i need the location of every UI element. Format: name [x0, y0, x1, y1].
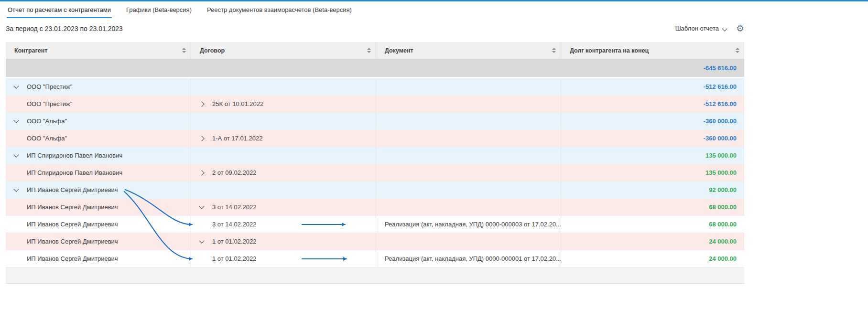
- chevron-right-icon[interactable]: [200, 171, 212, 175]
- document-label: Реализация (акт, накладная, УПД) 0000-00…: [385, 255, 561, 262]
- table-row[interactable]: ИП Иванов Сергей Дмитриевич 3 от 14.02.2…: [6, 216, 744, 233]
- document-label: Реализация (акт, накладная, УПД) 0000-00…: [385, 221, 561, 228]
- table-body: ООО "Престиж" -512 616.00 ООО "Престиж" …: [6, 78, 744, 267]
- debt-amount: 135 000.00: [705, 169, 737, 176]
- column-header-counterparty[interactable]: Контрагент: [6, 42, 191, 59]
- contract-label: 3 от 14.02.2022: [212, 203, 256, 211]
- counterparty-label: ИП Иванов Сергей Дмитриевич: [27, 221, 118, 228]
- table-row[interactable]: ИП Спиридонов Павел Иванович 135 000.00: [6, 147, 744, 164]
- tab-bar: Отчет по расчетам с контрагентами График…: [7, 1, 353, 18]
- contract-label: 1-А от 17.01.2022: [212, 135, 262, 142]
- tab-charts-beta[interactable]: Графики (Beta-версия): [125, 1, 193, 18]
- sort-icon[interactable]: [182, 48, 186, 53]
- counterparty-label: ИП Иванов Сергей Дмитриевич: [27, 238, 118, 245]
- counterparty-label: ИП Спиридонов Павел Иванович: [27, 169, 122, 176]
- chevron-down-icon[interactable]: [14, 154, 27, 157]
- debt-amount: -512 616.00: [704, 100, 737, 107]
- sort-icon[interactable]: [367, 48, 371, 53]
- column-header-label: Долг контрагента на конец: [570, 47, 649, 54]
- period-label: За период с 23.01.2023 по 23.01.2023: [6, 25, 123, 32]
- table-row[interactable]: ООО "Альфа" -360 000.00: [6, 113, 744, 130]
- column-header-label: Документ: [385, 47, 413, 54]
- contract-label: 3 от 14.02.2022: [212, 221, 256, 228]
- debt-amount: 92 000.00: [709, 186, 737, 193]
- chevron-down-icon[interactable]: [14, 189, 27, 191]
- tab-report-settlements[interactable]: Отчет по расчетам с контрагентами: [7, 1, 112, 18]
- counterparty-label: ООО "Престиж": [27, 100, 72, 107]
- counterparty-label: ИП Иванов Сергей Дмитриевич: [27, 186, 118, 193]
- column-header-debt-at-end[interactable]: Долг контрагента на конец: [561, 42, 744, 59]
- report-template-dropdown[interactable]: Шаблон отчета: [675, 25, 727, 32]
- chevron-down-icon[interactable]: [200, 240, 212, 243]
- chevron-right-icon[interactable]: [200, 102, 212, 106]
- chevron-down-icon: [723, 26, 727, 30]
- settlements-report-table: Контрагент Договор Документ Долг контраг…: [6, 42, 744, 284]
- table-row[interactable]: ИП Спиридонов Павел Иванович 2 от 09.02.…: [6, 164, 744, 182]
- debt-amount: 68 000.00: [709, 203, 737, 211]
- toolbar: За период с 23.01.2023 по 23.01.2023 Шаб…: [6, 24, 744, 33]
- contract-label: 1 от 01.02.2022: [212, 255, 256, 262]
- debt-amount: 24 000.00: [709, 238, 737, 245]
- column-header-document[interactable]: Документ: [376, 42, 561, 59]
- contract-label: 25К от 10.01.2022: [212, 100, 263, 107]
- table-row[interactable]: ООО "Престиж" -512 616.00: [6, 78, 744, 96]
- chevron-down-icon[interactable]: [14, 120, 27, 122]
- gear-icon[interactable]: ⚙: [736, 24, 744, 33]
- column-header-label: Договор: [200, 47, 225, 54]
- sort-icon[interactable]: [736, 48, 739, 53]
- debt-amount: 68 000.00: [709, 221, 737, 228]
- chevron-down-icon[interactable]: [200, 206, 212, 208]
- contract-label: 2 от 09.02.2022: [212, 169, 256, 176]
- counterparty-label: ИП Иванов Сергей Дмитриевич: [27, 255, 118, 262]
- chevron-right-icon[interactable]: [200, 137, 212, 140]
- debt-amount: -360 000.00: [704, 117, 737, 125]
- table-row[interactable]: ООО "Престиж" 25К от 10.01.2022 -512 616…: [6, 96, 744, 113]
- table-footer-row: [6, 267, 744, 284]
- contract-label: 1 от 01.02.2022: [212, 238, 256, 245]
- counterparty-label: ИП Иванов Сергей Дмитриевич: [27, 203, 118, 211]
- debt-amount: 24 000.00: [709, 255, 737, 262]
- total-row: -645 616.00: [6, 59, 744, 77]
- table-header: Контрагент Договор Документ Долг контраг…: [6, 42, 744, 59]
- counterparty-label: ООО "Альфа": [27, 135, 67, 142]
- column-header-label: Контрагент: [14, 47, 47, 54]
- table-row[interactable]: ИП Иванов Сергей Дмитриевич 92 000.00: [6, 182, 744, 199]
- table-row[interactable]: ИП Иванов Сергей Дмитриевич 1 от 01.02.2…: [6, 233, 744, 250]
- column-header-contract[interactable]: Договор: [191, 42, 376, 59]
- total-debt-amount: -645 616.00: [704, 64, 737, 72]
- chevron-down-icon[interactable]: [14, 85, 27, 88]
- counterparty-label: ООО "Альфа": [27, 117, 67, 125]
- counterparty-label: ИП Спиридонов Павел Иванович: [27, 152, 122, 159]
- counterparty-label: ООО "Престиж": [27, 83, 72, 90]
- debt-amount: -512 616.00: [704, 83, 737, 90]
- debt-amount: 135 000.00: [705, 152, 737, 159]
- table-row[interactable]: ИП Иванов Сергей Дмитриевич 3 от 14.02.2…: [6, 199, 744, 216]
- debt-amount: -360 000.00: [704, 135, 737, 142]
- sort-icon[interactable]: [552, 48, 556, 53]
- table-row[interactable]: ИП Иванов Сергей Дмитриевич 1 от 01.02.2…: [6, 250, 744, 267]
- tab-documents-registry-beta[interactable]: Реестр документов взаиморасчетов (Beta-в…: [206, 1, 353, 18]
- table-row[interactable]: ООО "Альфа" 1-А от 17.01.2022 -360 000.0…: [6, 130, 744, 147]
- report-template-label: Шаблон отчета: [675, 25, 719, 32]
